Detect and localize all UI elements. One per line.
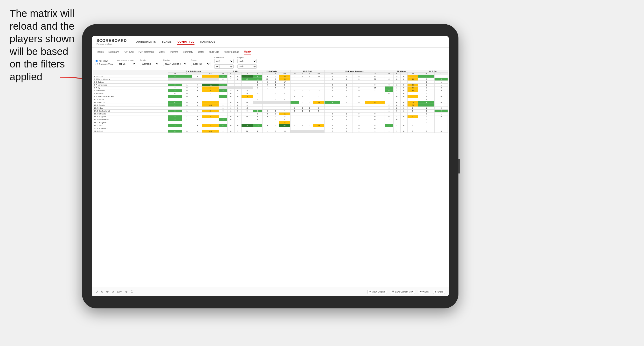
full-view-label: Full View [99, 60, 108, 62]
sub-l-4: L [299, 73, 306, 75]
conference-select2[interactable]: (All) [214, 64, 234, 69]
refresh-icon[interactable]: ⟳ [106, 290, 108, 294]
player-col-header [93, 70, 168, 75]
division-filter: Division NCAA Division II NCAA Division … [163, 59, 187, 66]
filter-row: Full View Compact View Max players in vi… [92, 56, 449, 69]
table-row: 14. S Srichantamit 31018 0105 1204 0105 … [93, 110, 448, 113]
gender-select[interactable]: Women's Men's [140, 62, 159, 66]
nav-teams[interactable]: TEAMS [162, 39, 172, 45]
col-header-webb: 38. A Webb [384, 70, 418, 73]
players-select2[interactable]: (All) [238, 64, 257, 69]
sub-w-5: W [324, 73, 340, 75]
sub-dif-6: Dif [407, 73, 418, 75]
nav-rankings[interactable]: RANKINGS [200, 39, 216, 45]
region-filter: Region East - DII West - DII (All) [191, 59, 210, 66]
sec-nav-matrix2[interactable]: Matrix [244, 49, 251, 54]
save-custom-btn[interactable]: 💾 Save Custom View [390, 290, 415, 294]
sub-w-4: W [290, 73, 299, 75]
sec-nav-h2h-heatmap[interactable]: H2H Heatmap [138, 50, 154, 54]
sec-nav-players[interactable]: Players [170, 50, 178, 54]
compact-view-radio[interactable] [96, 63, 98, 65]
player-11: 12. A Bianchi [93, 104, 168, 107]
conference-filter: Conference (All) (All) [214, 56, 234, 69]
sub-t-3: T [272, 73, 279, 75]
sec-nav-matrix[interactable]: Matrix [158, 50, 165, 54]
table-row: 18. J Hodgson 11 01 [93, 121, 448, 124]
player-10: 11. G Woods [93, 101, 168, 104]
table-row: 20. E Andersson 2 0108 [93, 127, 448, 130]
table-row: 19. J Kanh 31019 400-20 1300-35 210-18 0… [93, 124, 448, 127]
matrix-content[interactable]: 2. M Kelly Mulcahy 6. A Dy 11. G Woods 2… [92, 69, 449, 287]
table-row: 11. G Woods 100011 14011 10014 40017 240… [93, 101, 448, 104]
watch-btn[interactable]: 👁 Watch [418, 290, 430, 294]
region-select[interactable]: East - DII West - DII (All) [191, 62, 210, 66]
tablet-device: SCOREBOARD Powered by clippd TOURNAMENTS… [82, 24, 458, 308]
col-header-mulcahy: 2. M Kelly Mulcahy [168, 70, 218, 73]
zoom-in-icon[interactable]: ⊕ [125, 290, 128, 294]
table-row: 13. N Klug 110-2 1003 0210 10 [93, 107, 448, 110]
player-2: 2. M Kelly Mulcahy [93, 78, 168, 81]
player-19: 20. E Andersson [93, 127, 168, 130]
share-btn[interactable]: ⬆ Share [433, 290, 445, 294]
sub-w-7: W [418, 73, 434, 75]
player-5: 6. A Dy [93, 86, 168, 89]
sub-l-7: L [434, 73, 448, 75]
sub-t-1: T [192, 73, 202, 75]
compact-view-option[interactable]: Compact View [96, 63, 113, 65]
sec-nav-teams[interactable]: Teams [96, 50, 104, 54]
conference-select[interactable]: (All) [214, 59, 234, 63]
sub-dif-2: Dif [241, 73, 253, 75]
sec-nav-detail[interactable]: Detail [198, 50, 204, 54]
players-select[interactable]: (All) [238, 59, 257, 63]
sub-l-5: L [340, 73, 353, 75]
top-navigation: SCOREBOARD Powered by clippd TOURNAMENTS… [92, 36, 449, 48]
zoom-level: 100% [117, 291, 122, 293]
nav-committee[interactable]: COMMITTEE [177, 39, 194, 45]
player-8: 9. A Maria Jimenez Rios [93, 95, 168, 98]
sub-l-1: L [182, 73, 192, 75]
sub-w-2: W [218, 73, 227, 75]
table-row: 16. X Mcgaha 2103 10011 10011 0100 0103 … [93, 115, 448, 118]
sub-dif-5: Dif [365, 73, 384, 75]
sub-t-4: T [306, 73, 313, 75]
zoom-out-icon[interactable]: ⊖ [112, 290, 114, 294]
sec-nav-summary2[interactable]: Summary [183, 50, 193, 54]
player-20: 21. O Stoll [93, 130, 168, 133]
nav-tournaments[interactable]: TOURNAMENTS [134, 39, 156, 45]
max-players-select[interactable]: Top 25 Top 50 All [117, 62, 136, 66]
table-row: 15. H Stranda 02011 0100 01 [93, 113, 448, 115]
matrix-table: 2. M Kelly Mulcahy 6. A Dy 11. G Woods 2… [93, 70, 448, 133]
logo-area: SCOREBOARD Powered by clippd [96, 38, 127, 45]
watch-icon: 👁 [420, 291, 422, 293]
table-row: 17. D Ballesteros 310 201 1101 0210 701 … [93, 118, 448, 121]
undo-icon[interactable]: ↺ [96, 290, 98, 294]
division-select[interactable]: NCAA Division II NCAA Division I NCAA Di… [163, 62, 187, 66]
sec-nav-h2h-heatmap2[interactable]: H2H Heatmap [224, 50, 239, 54]
clock-icon[interactable]: ⏱ [130, 290, 134, 294]
table-row: 3. S Jelinek 02017 01 [93, 81, 448, 84]
player-7: 8. M Torres [93, 92, 168, 95]
col-header-woods: 11. G Woods [253, 70, 290, 73]
player-6: 7. O Mitchell [93, 89, 168, 92]
table-row: 2. M Kelly Mulcahy 07040 1010050 01035 0… [93, 78, 448, 81]
table-row: 8. M Torres 0010 1010 2103 010 01 [93, 92, 448, 95]
view-original-btn[interactable]: 👁 View: Original [368, 290, 387, 294]
sec-nav-summary[interactable]: Summary [108, 50, 119, 54]
secondary-navigation: Teams Summary H2H Grid H2H Heatmap Matri… [92, 48, 449, 56]
table-row: 6. A Dy 70011 0140 10014 41025 13 [93, 86, 448, 89]
main-nav-items: TOURNAMENTS TEAMS COMMITTEE RANKINGS [134, 39, 216, 45]
sec-nav-h2h-grid2[interactable]: H2H Grid [209, 50, 219, 54]
bottom-toolbar: ↺ ↻ ⟳ ⊖ 100% ⊕ ⏱ 👁 View: Original 💾 Save… [92, 287, 449, 296]
sec-nav-h2h-grid[interactable]: H2H Grid [124, 50, 134, 54]
eye-icon: 👁 [369, 291, 371, 293]
table-row: 7. O Mitchell 30018 2202 120-4 0104 0402… [93, 89, 448, 92]
sub-w-1: W [168, 73, 182, 75]
table-row: 10. L Perini 0102 11 [93, 98, 448, 101]
save-icon: 💾 [392, 291, 394, 293]
redo-icon[interactable]: ↻ [101, 290, 103, 294]
region-label: Region [191, 59, 210, 61]
full-view-option[interactable]: Full View [96, 60, 113, 62]
full-view-radio[interactable] [96, 60, 98, 62]
sub-l-2: L [227, 73, 234, 75]
tablet-screen: SCOREBOARD Powered by clippd TOURNAMENTS… [92, 36, 449, 296]
